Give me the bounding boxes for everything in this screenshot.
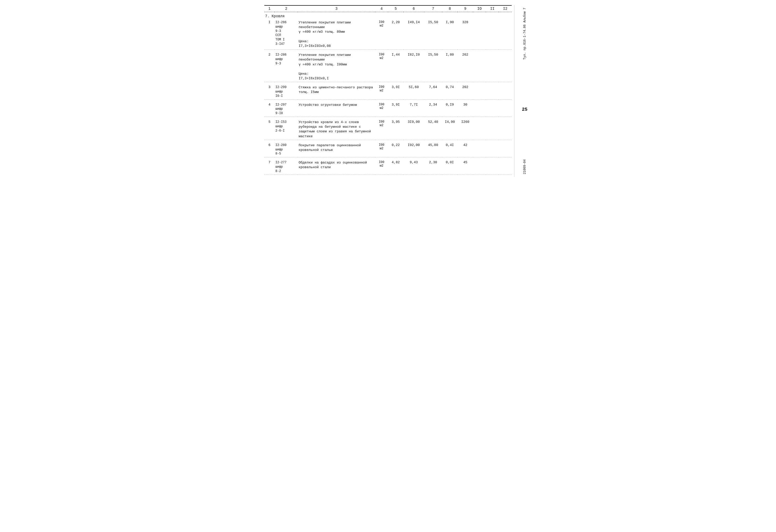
row-code: I2-297 шифр 9-I0 bbox=[275, 102, 298, 117]
spacer-row bbox=[264, 140, 512, 142]
row-number: I bbox=[264, 19, 275, 50]
page-wrapper: Тул. пр.816-1-74.86 Альбом 7 25 21009-04… bbox=[264, 5, 512, 177]
row-val-6: I92,00 bbox=[403, 142, 424, 157]
table-row: II2-286 шифр 9-3 ССП ТОМ I 3-I47Утеплени… bbox=[264, 19, 512, 50]
row-desc: Утепление покрытия плитами пенобетонными… bbox=[298, 19, 375, 50]
row-number: 5 bbox=[264, 119, 275, 140]
table-header-row: 1 2 3 4 5 6 7 8 9 IO II I2 bbox=[264, 5, 512, 12]
row-code: I2-286 шифр 9-3 bbox=[275, 52, 298, 82]
row-val-7: 7,64 bbox=[424, 84, 442, 99]
row-desc: Устройство огрунтовки битумом bbox=[298, 102, 375, 117]
page-number: 25 bbox=[522, 107, 528, 112]
row-val-11 bbox=[486, 19, 499, 50]
col-header-5: 5 bbox=[388, 5, 403, 12]
row-unit: I00 м2 bbox=[375, 19, 388, 50]
table-row: 5I2-I53 шифр 2-6-IУстройство кровли из 4… bbox=[264, 119, 512, 140]
row-val-10 bbox=[473, 102, 486, 117]
row-val-11 bbox=[486, 160, 499, 175]
row-val-9: 328 bbox=[457, 19, 473, 50]
right-label-top: Тул. пр.816-1-74.86 Альбом 7 bbox=[523, 8, 527, 60]
row-val-10 bbox=[473, 52, 486, 82]
section-title: 7. Кровля bbox=[264, 12, 512, 20]
row-code: I2-I53 шифр 2-6-I bbox=[275, 119, 298, 140]
row-val-8: I,90 bbox=[442, 19, 457, 50]
row-val-7: 45,80 bbox=[424, 142, 442, 157]
row-val-9: 262 bbox=[457, 52, 473, 82]
table-row: 7I2-277 шифр 8-2Обделки на фасадах из оц… bbox=[264, 160, 512, 175]
row-val-5: I,44 bbox=[388, 52, 403, 82]
row-val-10 bbox=[473, 19, 486, 50]
col-header-9: 9 bbox=[457, 5, 473, 12]
col-header-2: 2 bbox=[275, 5, 298, 12]
spacer-row bbox=[264, 117, 512, 119]
row-val-7: I5,50 bbox=[424, 19, 442, 50]
row-val-8: 0,74 bbox=[442, 84, 457, 99]
row-val-5: 2,20 bbox=[388, 19, 403, 50]
row-val-10 bbox=[473, 142, 486, 157]
row-number: 7 bbox=[264, 160, 275, 175]
row-val-5: 3,95 bbox=[388, 119, 403, 140]
row-val-7: I5,50 bbox=[424, 52, 442, 82]
row-val-6: 5I,60 bbox=[403, 84, 424, 99]
col-header-6: 6 bbox=[403, 5, 424, 12]
row-val-9: 202 bbox=[457, 84, 473, 99]
row-code: I2-280 шифр 8-5 bbox=[275, 142, 298, 157]
row-val-12 bbox=[499, 160, 512, 175]
row-val-8: I4,90 bbox=[442, 119, 457, 140]
col-header-1: 1 bbox=[264, 5, 275, 12]
row-val-5: 0,22 bbox=[388, 142, 403, 157]
col-header-7: 7 bbox=[424, 5, 442, 12]
col-header-4: 4 bbox=[375, 5, 388, 12]
row-unit: I00 м2 bbox=[375, 119, 388, 140]
row-desc: Покрытие парапетов оцинкованной кровельн… bbox=[298, 142, 375, 157]
row-unit: I00 м2 bbox=[375, 84, 388, 99]
row-val-5: 3,9I bbox=[388, 102, 403, 117]
row-val-12 bbox=[499, 84, 512, 99]
row-val-6: 7,7I bbox=[403, 102, 424, 117]
row-val-9: 45 bbox=[457, 160, 473, 175]
row-code: I2-277 шифр 8-2 bbox=[275, 160, 298, 175]
row-val-7: 52,40 bbox=[424, 119, 442, 140]
spacer-row bbox=[264, 175, 512, 177]
row-val-6: I82,I0 bbox=[403, 52, 424, 82]
spacer-row bbox=[264, 82, 512, 84]
row-val-8: 0,I9 bbox=[442, 102, 457, 117]
spacer-row bbox=[264, 99, 512, 102]
row-unit: I00 м2 bbox=[375, 160, 388, 175]
spacer-row bbox=[264, 50, 512, 52]
row-val-7: 2,30 bbox=[424, 160, 442, 175]
right-margin: Тул. пр.816-1-74.86 Альбом 7 25 21009-04 bbox=[514, 5, 535, 177]
row-val-12 bbox=[499, 102, 512, 117]
row-val-10 bbox=[473, 119, 486, 140]
row-desc: Стяжка из цементно-песчаного раствора то… bbox=[298, 84, 375, 99]
row-val-5: 4,82 bbox=[388, 160, 403, 175]
row-unit: I00 м2 bbox=[375, 52, 388, 82]
col-header-10: IO bbox=[473, 5, 486, 12]
row-desc: Утепление покрытия плитами пенобетонными… bbox=[298, 52, 375, 82]
table-row: 6I2-280 шифр 8-5Покрытие парапетов оцинк… bbox=[264, 142, 512, 157]
row-val-11 bbox=[486, 52, 499, 82]
col-header-3: 3 bbox=[298, 5, 375, 12]
row-val-12 bbox=[499, 52, 512, 82]
table-row: 4I2-297 шифр 9-I0Устройство огрунтовки б… bbox=[264, 102, 512, 117]
row-number: 3 bbox=[264, 84, 275, 99]
row-val-6: 9,43 bbox=[403, 160, 424, 175]
row-unit: I00 м2 bbox=[375, 142, 388, 157]
row-val-8: 0,4I bbox=[442, 142, 457, 157]
row-number: 2 bbox=[264, 52, 275, 82]
row-val-7: 2,34 bbox=[424, 102, 442, 117]
row-desc: Обделки на фасадах из оцинкованной крове… bbox=[298, 160, 375, 175]
row-val-12 bbox=[499, 19, 512, 50]
row-val-11 bbox=[486, 84, 499, 99]
row-number: 6 bbox=[264, 142, 275, 157]
row-val-8: I,80 bbox=[442, 52, 457, 82]
row-code: I2-286 шифр 9-3 ССП ТОМ I 3-I47 bbox=[275, 19, 298, 50]
row-val-9: 30 bbox=[457, 102, 473, 117]
col-header-11: II bbox=[486, 5, 499, 12]
row-number: 4 bbox=[264, 102, 275, 117]
row-val-6: 3I9,00 bbox=[403, 119, 424, 140]
row-val-6: I49,I4 bbox=[403, 19, 424, 50]
section-header-row: 7. Кровля bbox=[264, 12, 512, 20]
row-val-9: 42 bbox=[457, 142, 473, 157]
row-desc: Устройство кровли из 4-х слоев рубероида… bbox=[298, 119, 375, 140]
